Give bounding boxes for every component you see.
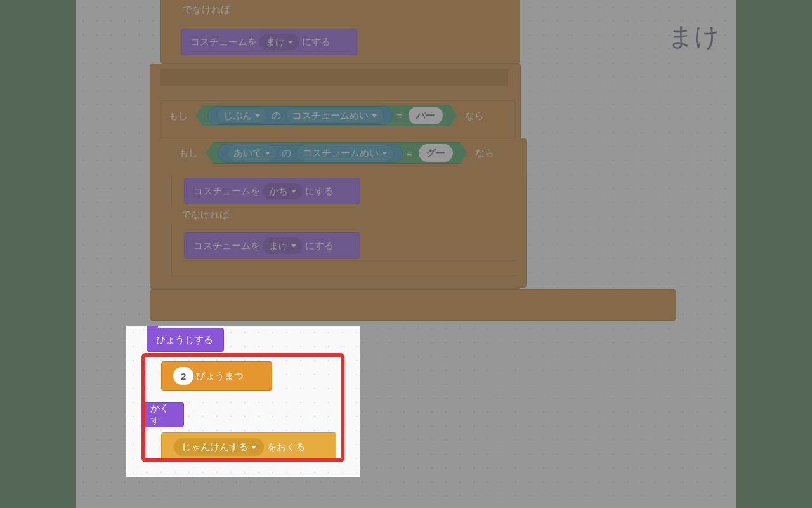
- sensing-reporter-jibun[interactable]: じぶん の コスチュームめい: [207, 106, 393, 125]
- else-branch-label: でなければ: [173, 1, 515, 18]
- broadcast-suffix-label: をおくる: [267, 441, 305, 453]
- wait-suffix-label: びょうまつ: [196, 370, 244, 382]
- chevron-down-icon: [291, 244, 296, 248]
- else-bar: でなければ: [171, 206, 516, 225]
- property-dropdown-costume-2[interactable]: コスチュームめい: [296, 145, 394, 161]
- set-costume-prefix-2: コスチュームを: [193, 185, 260, 197]
- sensing-reporter-aite[interactable]: あいて の コスチュームめい: [218, 144, 403, 163]
- equals-operator-2[interactable]: あいて の コスチュームめい = グー: [206, 142, 468, 164]
- equals-operator-1[interactable]: じぶん の コスチュームめい = パー: [195, 105, 457, 126]
- costume-dropdown-kachi[interactable]: かち: [263, 183, 303, 199]
- set-costume-block-make-2[interactable]: コスチュームを まけ にする: [184, 232, 360, 259]
- if-label-2: もし: [179, 147, 198, 159]
- dropdown-label: まけ: [266, 36, 285, 48]
- equals-label-2: =: [407, 148, 412, 159]
- chevron-down-icon: [291, 190, 296, 193]
- outer-c-block-tail[interactable]: [150, 289, 676, 321]
- then-label: なら: [465, 110, 484, 122]
- dropdown-label: じゃんけんする: [181, 441, 248, 453]
- chevron-down-icon: [255, 114, 260, 117]
- else-branch-label-2: でなければ: [171, 206, 516, 224]
- of-label-2: の: [282, 147, 291, 159]
- of-label: の: [272, 110, 281, 122]
- chevron-down-icon: [265, 152, 270, 155]
- if-block-jibun-paa[interactable]: もし じぶん の コスチュームめい = パー なら: [160, 100, 516, 138]
- costume-dropdown-make-2[interactable]: まけ: [263, 237, 303, 254]
- show-label: ひょうじする: [156, 334, 213, 346]
- chevron-down-icon: [288, 41, 293, 44]
- set-costume-prefix: コスチュームを: [190, 36, 257, 48]
- set-costume-prefix-3: コスチュームを: [193, 240, 260, 252]
- dropdown-label: あいて: [233, 147, 262, 159]
- dropdown-label: まけ: [269, 240, 288, 252]
- dropdown-label: じぶん: [223, 110, 252, 122]
- target-dropdown-aite[interactable]: あいて: [226, 145, 277, 161]
- text-input-guu[interactable]: グー: [419, 144, 453, 162]
- equals-label: =: [396, 110, 402, 121]
- chevron-down-icon: [251, 446, 256, 449]
- wait-block[interactable]: 2 びょうまつ: [161, 361, 272, 391]
- set-costume-suffix-3: にする: [305, 240, 334, 252]
- property-dropdown-costume-1[interactable]: コスチュームめい: [285, 107, 384, 124]
- costume-dropdown-make-1[interactable]: まけ: [259, 34, 299, 50]
- dropdown-label: コスチュームめい: [292, 110, 369, 122]
- tutorial-highlight-panel: ひょうじする 2 びょうまつ かくす じゃんけんする をおくる: [126, 326, 360, 477]
- show-block[interactable]: ひょうじする: [147, 328, 224, 352]
- dropdown-label: コスチュームめい: [303, 147, 379, 159]
- then-label-2: なら: [475, 147, 494, 159]
- wait-seconds-input[interactable]: 2: [173, 367, 193, 385]
- dropdown-label: かち: [269, 185, 288, 197]
- if-header-aite-guu: もし あいて の コスチュームめい = グー なら: [171, 138, 527, 177]
- if-label: もし: [169, 110, 188, 122]
- set-costume-block-make-1[interactable]: コスチュームを まけ にする: [181, 29, 357, 55]
- chevron-down-icon: [372, 114, 377, 117]
- chevron-down-icon: [382, 152, 387, 155]
- text-input-paa[interactable]: パー: [409, 107, 443, 124]
- set-costume-block-kachi[interactable]: コスチュームを かち にする: [184, 178, 360, 204]
- hide-label: かくす: [150, 403, 174, 427]
- set-costume-suffix: にする: [302, 36, 331, 48]
- broadcast-block[interactable]: じゃんけんする をおくる: [161, 432, 336, 462]
- hide-block[interactable]: かくす: [141, 402, 184, 427]
- target-dropdown-jibun[interactable]: じぶん: [216, 107, 267, 124]
- broadcast-message-dropdown[interactable]: じゃんけんする: [174, 438, 264, 456]
- stage-title: まけ: [668, 19, 720, 54]
- set-costume-suffix-2: にする: [305, 185, 334, 197]
